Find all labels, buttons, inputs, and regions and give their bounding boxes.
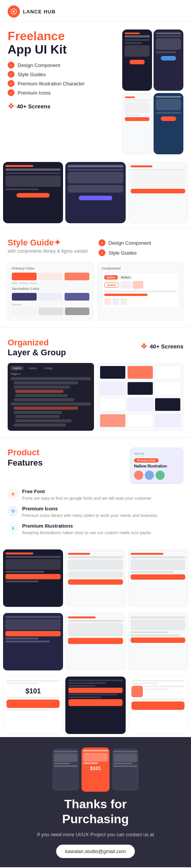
logo-icon [8, 5, 20, 18]
footer-phone-1 [52, 749, 79, 791]
free-font-icon: A [8, 489, 18, 499]
more-phone-5 [65, 613, 125, 670]
header: LANCE HUB [0, 0, 191, 22]
pay-phone-1: $101 [3, 677, 63, 734]
phone-mock-2 [154, 29, 183, 91]
style-guide-title-orange: Style Guide [8, 238, 54, 247]
premium-icons-icon: ⚙ [8, 506, 18, 517]
footer-phone-highlighted: $101 [81, 748, 110, 792]
organized-section: Organized Layer & Group ❖ 40+ Screens La… [0, 329, 191, 437]
product-features-list: A Free Font Fonts are easy to find on go… [8, 489, 183, 536]
hero-section: Freelance App UI Kit ✓ Design Component … [0, 22, 191, 158]
figma-icon: ❖ [8, 101, 15, 111]
style-guide-subtitle: with components library & figma variant [8, 248, 92, 254]
email-contact: kawalan.studio@gmail.com [56, 845, 135, 858]
layers-panel: Layers Assets Design Pages ▾ [8, 363, 94, 431]
more-phone-1 [3, 549, 63, 607]
footer-phones: $101 [8, 749, 183, 791]
product-title-orange: Product [8, 448, 39, 457]
check-icon-3: ✓ [8, 80, 15, 87]
product-section: Product Features StartUp Premium Pack Na… [0, 438, 191, 546]
hero-title-freelance: Freelance [8, 29, 118, 43]
sg-feature-2: ✓ Style Guides [99, 249, 183, 256]
phone-grid-3 [128, 162, 188, 223]
style-guide-previews: Primary Color Main Surface Focus Seconda… [8, 262, 183, 321]
figma-icon-2: ❖ [141, 342, 147, 351]
more-screens-row2 [0, 610, 191, 673]
screens-count: 40+ Screens [17, 103, 50, 110]
phones-grid [0, 158, 191, 227]
sg-feature-1: ✓ Design Component [99, 239, 183, 246]
more-phone-2 [65, 549, 125, 607]
check-icon-2: ✓ [8, 71, 15, 78]
more-phone-3 [128, 549, 188, 607]
sg-check-2: ✓ [99, 249, 105, 256]
more-screens-row1 [0, 546, 191, 610]
style-guide-section: Style Guide✦ with components library & f… [0, 229, 191, 327]
phone-grid-1 [3, 162, 63, 223]
brand-name: LANCE HUB [23, 9, 56, 15]
check-icon-1: ✓ [8, 62, 15, 69]
feature-list: ✓ Design Component ✓ Style Guides ✓ Prem… [8, 62, 118, 96]
premium-illustrations-icon: ℹ [8, 523, 18, 534]
product-feature-2: ⚙ Premium Icons Premium icons library wi… [8, 506, 183, 518]
feature-item-3: ✓ Premium Illustration Character [8, 80, 118, 87]
sg-check-1: ✓ [99, 239, 105, 246]
product-feature-3: ℹ Premium Illustrations Amazing Illustra… [8, 523, 183, 536]
component-preview: Component Button Button Outline [97, 262, 183, 321]
thanks-subtitle: If you need more UI/UX Project you can c… [8, 831, 183, 839]
product-feature-1: A Free Font Fonts are easy to find on go… [8, 489, 183, 501]
feature-item-2: ✓ Style Guides [8, 71, 118, 78]
phone-mock-1 [122, 29, 152, 91]
pay-phone-3 [128, 677, 188, 734]
footer-section: $101 Thanks forPurchasing If you need mo… [0, 737, 191, 867]
phone-mock-4 [154, 93, 183, 154]
payment-section: $101 [0, 673, 191, 737]
color-palette-preview: Primary Color Main Surface Focus Seconda… [8, 262, 94, 321]
check-icon-4: ✓ [8, 89, 15, 96]
organized-title-rest: Layer & Group [8, 348, 66, 358]
pay-phone-2 [65, 677, 125, 734]
footer-phone-3 [112, 749, 139, 791]
phone-grid-2 [65, 162, 125, 223]
phone-mock-3 [122, 93, 152, 154]
layer-preview-area: Layers Assets Design Pages ▾ [8, 363, 183, 431]
more-phone-4 [3, 613, 63, 670]
figma-badge: ❖ 40+ Screens [8, 101, 118, 111]
organized-title-orange: Organized [8, 338, 49, 347]
hero-title-rest: App UI Kit [8, 43, 118, 56]
organized-screens-count: 40+ Screens [150, 343, 183, 350]
product-title-rest: Features [8, 458, 126, 468]
organized-screens-badge: ❖ 40+ Screens [141, 342, 183, 351]
thanks-title: Thanks forPurchasing [8, 797, 183, 826]
more-phone-6 [128, 613, 188, 670]
feature-item-4: ✓ Premium Icons [8, 89, 118, 96]
feature-item-1: ✓ Design Component [8, 62, 118, 69]
screens-panel [97, 363, 183, 431]
